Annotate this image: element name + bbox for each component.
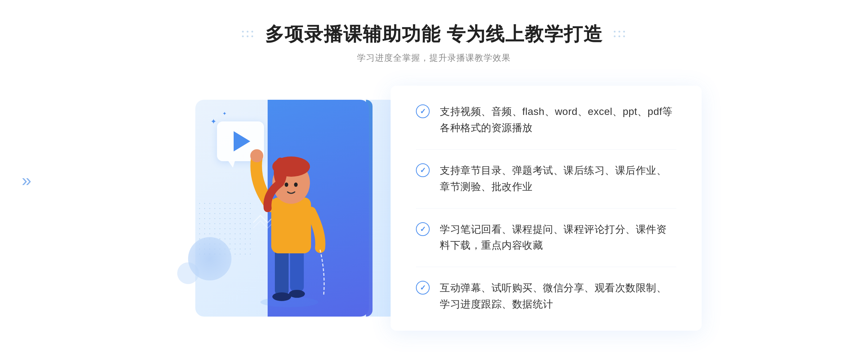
check-mark-1: ✓: [420, 108, 426, 115]
page-title: 多项录播课辅助功能 专为线上教学打造: [265, 22, 603, 47]
dot: [242, 31, 244, 33]
deco-dot-grid-left: [242, 31, 254, 38]
svg-point-11: [294, 183, 298, 187]
check-mark-2: ✓: [420, 167, 426, 174]
chevron-left-icon: »: [22, 170, 31, 190]
dot: [623, 35, 625, 37]
feature-text-4: 互动弹幕、试听购买、微信分享、观看次数限制、学习进度跟踪、数据统计: [440, 280, 676, 313]
title-row: 多项录播课辅助功能 专为线上教学打造: [242, 22, 626, 47]
feature-text-3: 学习笔记回看、课程提问、课程评论打分、课件资料下载，重点内容收藏: [440, 222, 676, 254]
feature-text-1: 支持视频、音频、flash、word、excel、ppt、pdf等各种格式的资源…: [440, 104, 676, 136]
dot: [251, 35, 253, 37]
deco-left: [242, 31, 254, 38]
page-subtitle: 学习进度全掌握，提升录播课教学效果: [242, 52, 626, 64]
check-icon-2: ✓: [416, 163, 430, 177]
svg-rect-1: [275, 248, 289, 295]
page-header: 多项录播课辅助功能 专为线上教学打造 学习进度全掌握，提升录播课教学效果: [242, 22, 626, 64]
person-illustration: [231, 136, 333, 309]
svg-rect-2: [290, 248, 304, 291]
deco-right: [614, 31, 626, 38]
page-wrapper: » 多项录播课辅助功能 专为线上教学打造: [0, 0, 868, 352]
illustration-area: ✦ ✦: [166, 85, 412, 331]
dot: [247, 35, 248, 37]
dot: [614, 35, 616, 37]
dot: [614, 31, 616, 33]
svg-point-10: [285, 183, 288, 187]
check-mark-4: ✓: [420, 284, 426, 291]
svg-rect-5: [271, 197, 311, 253]
feature-item-4: ✓ 互动弹幕、试听购买、微信分享、观看次数限制、学习进度跟踪、数据统计: [416, 267, 676, 313]
deco-dot-grid-right: [614, 31, 626, 38]
content-area: ✦ ✦: [145, 85, 723, 331]
dot: [618, 35, 620, 37]
svg-point-6: [250, 149, 263, 162]
dot: [623, 31, 625, 33]
dot: [242, 35, 244, 37]
svg-point-4: [289, 290, 305, 298]
svg-point-3: [272, 292, 291, 301]
sparkle-icon-1: ✦: [210, 117, 217, 126]
dot: [247, 31, 248, 33]
check-icon-3: ✓: [416, 222, 430, 236]
features-panel: ✓ 支持视频、音频、flash、word、excel、ppt、pdf等各种格式的…: [391, 86, 702, 330]
dot: [618, 31, 620, 33]
feature-item-2: ✓ 支持章节目录、弹题考试、课后练习、课后作业、章节测验、批改作业: [416, 150, 676, 209]
feature-item-1: ✓ 支持视频、音频、flash、word、excel、ppt、pdf等各种格式的…: [416, 104, 676, 150]
sparkle-icon-2: ✦: [222, 111, 227, 116]
illus-circle-blue: [188, 237, 231, 280]
check-icon-4: ✓: [416, 281, 430, 295]
dot: [251, 31, 253, 33]
check-mark-3: ✓: [420, 226, 426, 233]
feature-text-2: 支持章节目录、弹题考试、课后练习、课后作业、章节测验、批改作业: [440, 163, 676, 195]
check-icon-1: ✓: [416, 104, 430, 118]
feature-item-3: ✓ 学习笔记回看、课程提问、课程评论打分、课件资料下载，重点内容收藏: [416, 209, 676, 267]
